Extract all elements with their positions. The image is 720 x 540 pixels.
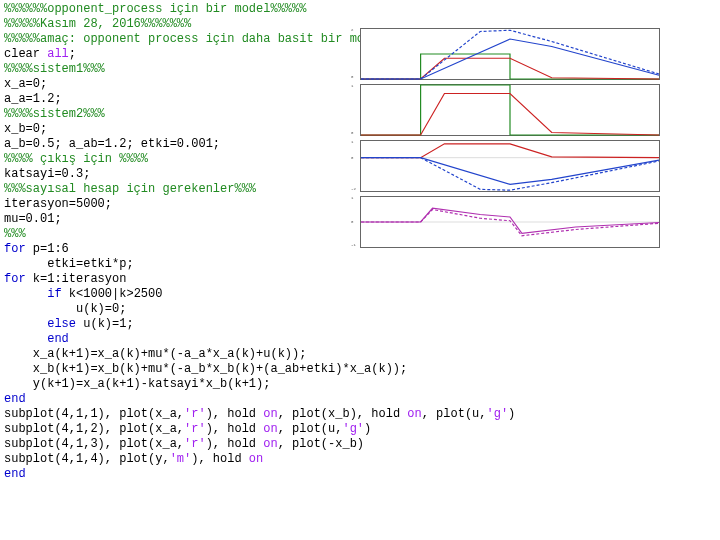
series--x_b p=6: [361, 158, 659, 191]
ytick: 0: [351, 75, 353, 79]
code-line: %%%%%%opponent_process için bir model%%%…: [4, 2, 515, 17]
chart-subplot-3: 1-20: [360, 140, 660, 192]
ytick: 2: [351, 28, 353, 32]
ytick: 1: [351, 140, 353, 144]
ytick: 1: [351, 84, 353, 88]
ytick: 0: [351, 156, 353, 160]
code-line: end: [4, 332, 515, 347]
code-line: for k=1:iterasyon: [4, 272, 515, 287]
chart-subplot-2: 10: [360, 84, 660, 136]
code-line: end: [4, 467, 515, 482]
code-line: subplot(4,1,1), plot(x_a,'r'), hold on, …: [4, 407, 515, 422]
code-line: u(k)=0;: [4, 302, 515, 317]
chart-subplot-4: 1-10: [360, 196, 660, 248]
ytick: 0: [351, 131, 353, 135]
series-x_a: [361, 144, 659, 158]
code-line: etki=etki*p;: [4, 257, 515, 272]
ytick: 1: [351, 196, 353, 200]
code-line: subplot(4,1,4), plot(y,'m'), hold on: [4, 452, 515, 467]
code-line: x_a(k+1)=x_a(k)+mu*(-a_a*x_a(k)+u(k));: [4, 347, 515, 362]
series-y p=6: [361, 210, 659, 236]
ytick: -2: [351, 187, 356, 191]
series-u: [361, 85, 659, 135]
series--x_b p=1: [361, 158, 659, 185]
code-line: end: [4, 392, 515, 407]
code-line: x_b(k+1)=x_b(k)+mu*(-a_b*x_b(k)+(a_ab+et…: [4, 362, 515, 377]
code-line: subplot(4,1,3), plot(x_a,'r'), hold on, …: [4, 437, 515, 452]
ytick: -1: [351, 243, 356, 247]
chart-subplot-1: 20: [360, 28, 660, 80]
code-line: if k<1000|k>2500: [4, 287, 515, 302]
code-line: subplot(4,1,2), plot(x_a,'r'), hold on, …: [4, 422, 515, 437]
subplot-panel: 20101-201-10: [360, 28, 660, 248]
code-line: else u(k)=1;: [4, 317, 515, 332]
code-line: y(k+1)=x_a(k+1)-katsayi*x_b(k+1);: [4, 377, 515, 392]
ytick: 0: [351, 220, 353, 224]
